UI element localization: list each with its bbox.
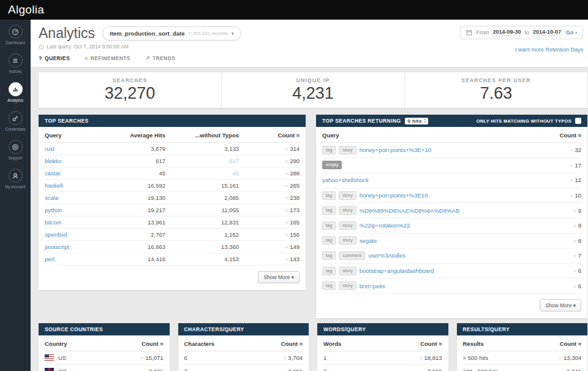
count-value: ≈173	[239, 207, 300, 213]
query-link[interactable]: castar	[45, 170, 101, 177]
tag-pill: tag	[322, 251, 336, 260]
query-link[interactable]: javascript	[45, 243, 101, 250]
count-value: ≈6	[573, 283, 581, 289]
dashboard-icon	[9, 25, 23, 39]
count-value: ≈156	[239, 231, 300, 238]
query-link[interactable]: yahoo+shellshock	[322, 177, 369, 183]
query-link[interactable]: bootstrap+angulardashboard	[360, 267, 434, 274]
query-link[interactable]: haskell	[45, 182, 101, 189]
tag-pill: comment	[339, 251, 365, 260]
query-link[interactable]: honey+pot+points+%3E10	[360, 192, 428, 199]
query-link[interactable]: segate	[360, 237, 377, 244]
count-value: ≈32	[570, 147, 581, 153]
stats-band: SEARCHES 32,270 UNIQUE IP 4,231 SEARCHES…	[39, 72, 587, 108]
table-row: blekko 617 617 ≈290	[45, 155, 300, 167]
last-query-status: Last query: Oct 7, 2014 9:00:00 AM	[39, 44, 583, 50]
count-value: ≈165	[239, 219, 300, 226]
query-link[interactable]: python	[45, 207, 101, 213]
query-link[interactable]: bret+petis	[360, 283, 385, 289]
tab-queries[interactable]: ? QUERIES	[39, 55, 70, 65]
count-value: ≈17	[570, 162, 581, 169]
tag-pill: tag	[322, 206, 336, 215]
to-date-input[interactable]: 2014-10-07	[533, 29, 561, 36]
tab-refinements[interactable]: ≡ REFINEMENTS	[85, 55, 130, 65]
query-link[interactable]: %22ip+rotation%22	[360, 222, 410, 229]
table-row: rust 3,679 3,133 ≈314	[45, 143, 300, 155]
sidebar-item-analytics[interactable]: Analytics	[0, 77, 31, 106]
count-value: ≈12	[570, 177, 581, 183]
returning-column-headers: Query Count ≈	[322, 127, 581, 143]
top-searches-header: TOP SEARCHES	[39, 115, 306, 127]
sidebar-item-indices[interactable]: Indices	[0, 48, 31, 77]
show-more-button[interactable]: Show More ▾	[540, 299, 581, 312]
indices-icon	[9, 53, 23, 67]
tag-pill: tag	[322, 191, 336, 200]
count-value: ≈314	[239, 145, 300, 152]
returning-row: tag story bootstrap+angulardashboard ≈6	[322, 264, 581, 279]
query-link[interactable]: perl	[45, 256, 101, 262]
returning-row: empty ≈17	[322, 158, 581, 174]
tag-pill: tag	[322, 221, 336, 230]
chevron-down-icon: ▾	[232, 31, 234, 36]
returning-row: yahoo+shellshock ≈12	[322, 173, 581, 188]
query-link[interactable]: bitcoin	[45, 219, 101, 226]
hits-filter-select[interactable]: 0 hits ▴▾	[405, 118, 428, 124]
topbar: Algolia	[0, 0, 588, 20]
table-row: javascript 16,863 13,360 ≈149	[45, 241, 300, 253]
count-value: ≈3,651	[284, 368, 303, 371]
top-searches-panel: TOP SEARCHES Query Average Hits ...witho…	[39, 115, 306, 290]
sidebar-item-support[interactable]: Support	[0, 135, 31, 164]
tab-trends[interactable]: ↗ TRENDS	[145, 55, 175, 65]
index-name: Item_production_sort_date	[110, 30, 184, 37]
query-link[interactable]: %D9%89%D8%AE%D9%8A%D8%AB	[360, 207, 460, 214]
table-row: 6 ≈3,704	[184, 351, 303, 365]
sidebar-item-my-account[interactable]: My Account	[0, 164, 31, 193]
tag-pill: story	[339, 236, 356, 245]
tag-pill: story	[339, 281, 356, 290]
analytics-icon	[9, 82, 23, 96]
table-row: GB ≈3,021	[45, 365, 164, 371]
table-row: 7 ≈3,651	[184, 365, 303, 371]
algolia-logo: Algolia	[8, 3, 44, 17]
count-value: ≈10	[570, 192, 581, 199]
tag-pill: tag	[322, 281, 336, 290]
stepper-icon: ▴▾	[424, 118, 426, 123]
count-value: ≈9	[573, 207, 581, 214]
returning-row: tag story segate ≈8	[322, 234, 581, 249]
returning-row: tag story honey+pot+points+%3E10 ≈10	[322, 188, 581, 204]
sidebar-item-credentials[interactable]: Credentials	[0, 106, 31, 135]
count-value: ≈8	[573, 222, 581, 229]
trend-icon: ↗	[145, 55, 150, 61]
lifebuoy-icon	[9, 140, 23, 154]
query-link[interactable]: honey+pot+points+%3E+10	[360, 147, 431, 153]
query-link[interactable]: blekko	[45, 158, 101, 164]
typos-checkbox[interactable]	[575, 118, 581, 124]
sidebar-item-dashboard[interactable]: Dashboard	[0, 20, 31, 48]
to-label: to	[524, 29, 529, 36]
count-value: ≈8	[573, 237, 581, 244]
query-link[interactable]: scala	[45, 194, 101, 201]
query-link[interactable]: rust	[45, 145, 101, 152]
show-more-button[interactable]: Show More ▾	[258, 271, 300, 283]
table-row: scala 19,130 2,085 ≈238	[45, 192, 300, 204]
query-link[interactable]: openbsd	[45, 231, 101, 238]
returning-row: tag story %D9%89%D8%AE%D9%8A%D8%AB ≈9	[322, 203, 581, 218]
tag-pill: story	[339, 206, 356, 215]
words-per-query-panel: WORDS/QUERY Words Count ≈ 1 ≈18,813 2 ≈7…	[317, 323, 448, 371]
table-row: python 19,217 11,055 ≈173	[45, 204, 300, 216]
index-selector[interactable]: Item_production_sort_date 7,763,331 reco…	[102, 26, 241, 40]
table-row: US ≈15,071	[45, 351, 164, 365]
go-button[interactable]: Go ›	[566, 29, 577, 36]
from-label: From	[476, 29, 489, 36]
count-value: ≈290	[239, 158, 300, 164]
sidebar: Dashboard Indices Analytics Credentials …	[0, 20, 31, 371]
analytics-tabs: ? QUERIES ≡ REFINEMENTS ↗ TRENDS	[39, 55, 583, 65]
retention-days-link[interactable]: I want more Retention Days	[515, 47, 583, 53]
tag-pill: tag	[322, 236, 336, 245]
main-content: Analytics Item_production_sort_date 7,76…	[31, 20, 588, 371]
results-per-query-panel: RESULTS/QUERY Results Count ≈ > 500 hits…	[457, 323, 588, 371]
empty-tag-pill: empty	[322, 161, 342, 169]
query-link[interactable]: user%3Atolles	[368, 252, 405, 259]
from-date-input[interactable]: 2014-09-30	[492, 29, 521, 36]
page-header: Analytics Item_production_sort_date 7,76…	[31, 20, 588, 67]
